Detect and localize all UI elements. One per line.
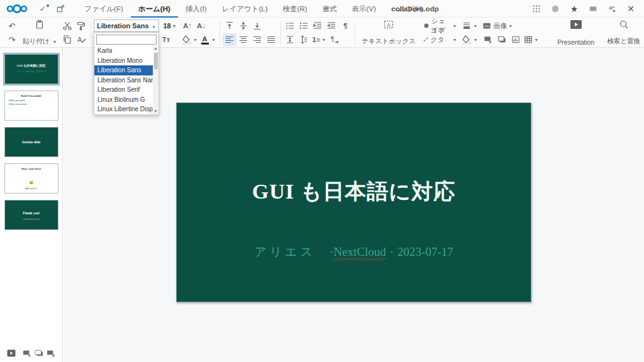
font-option[interactable]: Liberation Serif <box>94 85 153 95</box>
undo-redo-group: ↶ ↷ <box>5 19 19 47</box>
font-list-scrollbar[interactable]: ▲ ▼ <box>153 46 158 114</box>
font-option-selected[interactable]: Liberation Sans <box>94 65 153 75</box>
favorite-star-icon[interactable]: ★ <box>569 3 580 14</box>
duplicate-slide-button[interactable] <box>495 33 509 46</box>
thumb5-link-line <box>23 219 40 220</box>
collabora-impress-app: ✓ ファイル(F) ホーム(H) 挿入(I) レイアウト(L) 検査(R) 書式… <box>0 0 644 362</box>
sidebar-toggle-icon[interactable] <box>606 3 618 14</box>
delete-slide-button[interactable] <box>45 347 57 359</box>
clear-formatting-button[interactable]: A <box>74 33 88 46</box>
thumb2-bullet: • Short and concise <box>8 103 58 106</box>
align-vcenter-button[interactable] <box>236 19 250 32</box>
highlight-color-button[interactable]: ▼ <box>180 33 199 46</box>
shapes-connector-group: シェイプ ▼ コネクター ▼ <box>419 19 461 47</box>
menu-home[interactable]: ホーム(H) <box>131 0 178 18</box>
find-replace-button[interactable]: 検索と置換 <box>603 19 644 47</box>
thumb1-title: GUI も日本語に対応 <box>5 63 58 67</box>
home-toolbar: ↶ ↷ 貼り付け ▼ A Liberation Sans ▲ <box>0 18 644 48</box>
menu-file[interactable]: ファイル(F) <box>77 0 131 18</box>
open-in-new-window-icon[interactable] <box>55 3 66 14</box>
menu-format[interactable]: 書式 <box>315 0 345 18</box>
font-option[interactable]: Linux Libertine Display G <box>94 104 153 114</box>
align-top-button[interactable] <box>223 19 236 32</box>
decrease-indent-button[interactable] <box>325 19 338 32</box>
align-right-button[interactable] <box>250 33 264 46</box>
font-option[interactable]: Linux Biolinum G <box>94 95 153 105</box>
find-replace-label: 検索と置換 <box>607 37 640 46</box>
close-icon[interactable]: ✕ <box>625 3 636 14</box>
font-search-input[interactable] <box>96 35 157 45</box>
slide-thumbnail-3[interactable]: Section slide <box>4 127 58 157</box>
slide-title-textbox[interactable]: GUI も日本語に対応 <box>177 177 531 206</box>
menu-layout[interactable]: レイアウト(L) <box>214 0 275 18</box>
shrink-font-button[interactable]: A↓ <box>194 19 208 32</box>
presentation-console-icon[interactable] <box>587 3 599 14</box>
fill-color-button[interactable]: ▼ <box>460 33 479 46</box>
save-status-icon[interactable]: ✓ <box>37 3 48 14</box>
thumb3-title: Section slide <box>5 140 58 144</box>
thumb5-title: Thank you! <box>5 211 58 215</box>
add-slide-button[interactable] <box>21 347 33 359</box>
insert-table-button[interactable]: ▼ <box>523 33 540 46</box>
connectors-button[interactable]: コネクター ▼ <box>422 33 458 46</box>
insert-textbox-button[interactable]: A テキストボックス <box>358 19 419 47</box>
toolbar-separator <box>280 21 281 45</box>
image-label: 画像 <box>493 21 507 31</box>
line-spacing-button[interactable] <box>283 33 297 46</box>
clone-formatting-button[interactable] <box>74 19 88 32</box>
slide-thumbnail-1[interactable]: GUI も日本語に対応 アリエス ·NextCloud · 2023-07-17 <box>4 54 58 84</box>
font-name-combobox[interactable]: Liberation Sans ▲ <box>94 19 159 32</box>
paragraph-mark-button[interactable]: ¶ <box>338 19 352 32</box>
current-slide[interactable]: GUI も日本語に対応 アリエス·NextCloud·2023-07-17 <box>176 102 531 302</box>
scrollbar-thumb[interactable] <box>154 53 158 69</box>
slide-thumbnail-4[interactable]: Share your ideas Add a picture! <box>4 163 58 194</box>
character-format-button[interactable]: Tт <box>159 33 173 46</box>
slide-thumbnail-5[interactable]: Thank you! <box>4 200 58 230</box>
redo-button[interactable]: ↷ <box>5 33 19 46</box>
scroll-up-icon[interactable]: ▲ <box>153 46 158 52</box>
start-presentation-button[interactable] <box>5 347 17 359</box>
top-menu-bar: ✓ ファイル(F) ホーム(H) 挿入(I) レイアウト(L) 検査(R) 書式… <box>0 0 644 18</box>
align-center-button[interactable] <box>236 33 250 46</box>
numbered-list-button[interactable] <box>297 19 311 32</box>
bullet-list-button[interactable] <box>283 19 297 32</box>
align-bottom-button[interactable] <box>250 19 264 32</box>
paste-button[interactable]: 貼り付け ▼ <box>19 19 60 47</box>
slide-subtitle-textbox[interactable]: アリエス·NextCloud·2023-07-17 <box>177 244 531 260</box>
font-option[interactable]: Liberation Mono <box>94 56 153 66</box>
font-option[interactable]: Karla <box>94 46 153 56</box>
duplicate-slide-button-panel[interactable] <box>33 347 45 359</box>
slide-thumbnail-panel: GUI も日本語に対応 アリエス ·NextCloud · 2023-07-17… <box>0 48 63 362</box>
font-size-combobox[interactable]: 18 ▼ <box>159 19 180 32</box>
copy-button[interactable] <box>60 33 74 46</box>
svg-text:A: A <box>77 36 82 43</box>
text-direction-button[interactable]: ¶ <box>327 33 341 46</box>
align-left-button[interactable] <box>223 33 236 46</box>
font-color-button[interactable]: A ▼ <box>199 33 217 46</box>
scroll-down-icon[interactable]: ▼ <box>153 109 158 114</box>
chevron-down-icon: ▼ <box>473 38 477 42</box>
nextcloud-logo-icon[interactable] <box>6 4 28 14</box>
cut-button[interactable] <box>60 19 74 32</box>
grow-font-button[interactable]: A↑ <box>180 19 194 32</box>
user-avatar-icon[interactable] <box>550 3 561 14</box>
fontwork-button[interactable]: ▼ <box>460 19 479 32</box>
font-option[interactable]: Liberation Sans Narrow <box>94 75 153 85</box>
increase-indent-button[interactable] <box>311 19 325 32</box>
insert-objects-group: 画像 ▼ ▼ <box>479 19 542 47</box>
menu-insert[interactable]: 挿入(I) <box>178 0 214 18</box>
insert-chart-button[interactable] <box>509 33 523 46</box>
new-slide-button[interactable] <box>481 33 495 46</box>
svg-text:A: A <box>387 22 391 28</box>
align-justify-button[interactable] <box>264 33 278 46</box>
line-spacing-menu-button[interactable]: 1≡ ▼ <box>311 33 327 46</box>
undo-button[interactable]: ↶ <box>5 19 19 32</box>
paragraph-spacing-button[interactable] <box>297 33 311 46</box>
menu-review[interactable]: 検査(R) <box>275 0 315 18</box>
chevron-down-icon: ▼ <box>452 24 457 28</box>
cut-copy-group <box>60 19 74 47</box>
app-grid-icon[interactable] <box>531 3 542 14</box>
slide-thumbnail-2[interactable]: Bold & beautiful • Make your point • Sho… <box>4 90 58 121</box>
insert-image-button[interactable]: 画像 ▼ <box>481 19 514 32</box>
presentation-button[interactable]: Presentation <box>553 19 598 47</box>
